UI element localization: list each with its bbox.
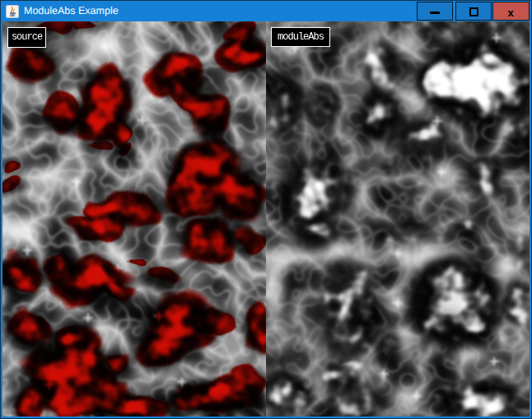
svg-text:x: x (507, 7, 514, 19)
